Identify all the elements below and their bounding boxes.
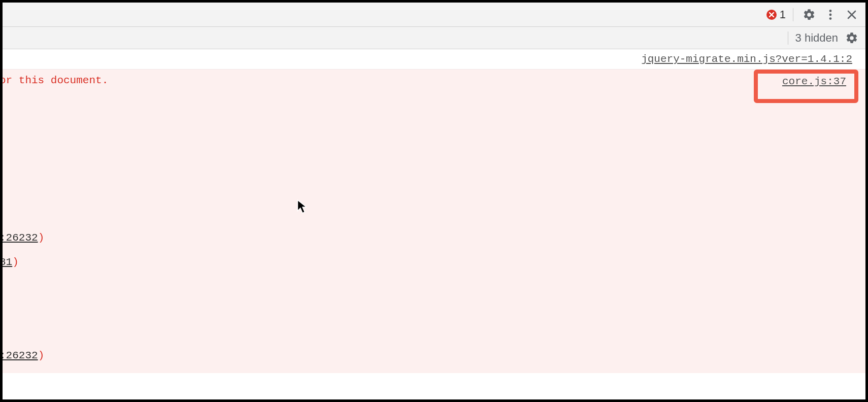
toolbar-divider [788, 31, 788, 45]
svg-point-1 [829, 13, 832, 16]
stack-link: 81 [0, 256, 12, 268]
error-count-badge[interactable]: 1 [766, 8, 786, 21]
toolbar-divider [793, 8, 793, 21]
console-filter-bar: 3 hidden [3, 27, 865, 49]
hidden-count[interactable]: 3 hidden [795, 31, 839, 45]
gear-icon [803, 8, 816, 21]
settings-button[interactable] [800, 6, 818, 23]
console-row: jquery-migrate.min.js?ver=1.4.1:2 [3, 49, 865, 70]
gear-icon [845, 31, 858, 45]
error-message-fragment: or this document. [0, 75, 108, 86]
console-output: jquery-migrate.min.js?ver=1.4.1:2 or thi… [3, 49, 865, 373]
stack-link: :26232 [0, 232, 38, 244]
console-error-row: or this document. core.js:37 :26232) 81)… [3, 70, 865, 373]
stack-frame[interactable]: :26232) [0, 350, 44, 361]
devtools-toolbar: 1 [3, 3, 865, 27]
stack-link: :26232 [0, 350, 38, 361]
console-settings-button[interactable] [843, 29, 860, 47]
error-source-link[interactable]: core.js:37 [782, 76, 846, 87]
kebab-icon [824, 8, 837, 21]
source-link[interactable]: jquery-migrate.min.js?ver=1.4.1:2 [641, 53, 852, 65]
close-button[interactable] [843, 6, 860, 23]
stack-frame[interactable]: :26232) [0, 232, 44, 244]
stack-frame[interactable]: 81) [0, 256, 19, 268]
svg-point-2 [829, 17, 832, 20]
more-button[interactable] [822, 6, 839, 23]
devtools-window: 1 3 hidden jquery-migrate.min.js?ver=1.4… [0, 0, 868, 402]
error-icon [766, 10, 777, 20]
close-icon [846, 9, 858, 21]
svg-point-0 [829, 10, 832, 12]
error-count: 1 [780, 8, 786, 21]
